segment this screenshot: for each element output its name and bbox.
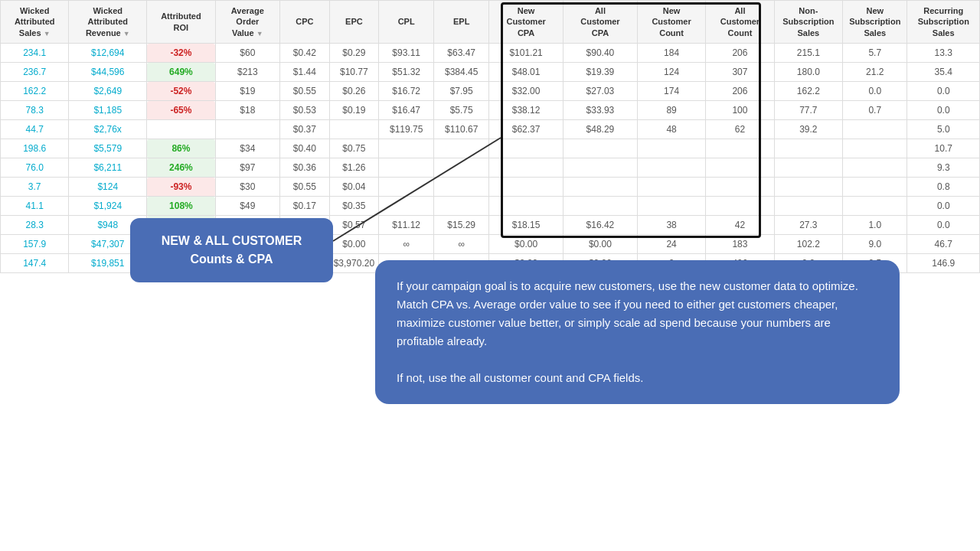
table-cell: $33.93 <box>564 101 638 120</box>
tooltip-text-2: If not, use the all customer count and C… <box>397 369 878 387</box>
table-cell: 21.2 <box>843 63 907 82</box>
col-header-wicked-sales[interactable]: WickedAttributedSales ▼ <box>1 1 69 44</box>
table-cell <box>774 197 842 216</box>
table-cell: 146.9 <box>907 254 980 273</box>
table-cell <box>489 197 564 216</box>
table-row: 3.7$124-93%$30$0.55$0.040.8 <box>1 178 980 197</box>
table-cell: 0.8 <box>907 178 980 197</box>
table-cell: 124 <box>637 63 705 82</box>
table-cell: 62 <box>706 120 774 139</box>
table-cell: $16.72 <box>379 82 434 101</box>
table-cell: $0.57 <box>329 216 379 235</box>
table-cell <box>489 158 564 178</box>
table-cell: 180.0 <box>774 63 842 82</box>
table-cell <box>379 178 434 197</box>
table-cell: 27.3 <box>774 216 842 235</box>
table-cell <box>564 139 638 158</box>
table-cell: $12,694 <box>69 44 147 63</box>
table-cell: $119.75 <box>379 120 434 139</box>
table-cell: 3.7 <box>1 178 69 197</box>
table-cell: 0.0 <box>907 82 980 101</box>
table-cell: 35.4 <box>907 63 980 82</box>
table-cell <box>379 158 434 178</box>
table-cell <box>706 197 774 216</box>
table-row: 78.3$1,185-65%$18$0.53$0.19$16.47$5.75$3… <box>1 101 980 120</box>
customer-counts-cpa-label: NEW & ALL CUSTOMER Counts & CPA <box>130 218 333 282</box>
table-cell: 24 <box>637 235 705 254</box>
table-cell <box>379 139 434 158</box>
table-cell: $0.29 <box>329 44 379 63</box>
table-cell: $0.00 <box>489 235 564 254</box>
table-cell <box>637 158 705 178</box>
table-cell: $19.39 <box>564 63 638 82</box>
table-cell: 10.7 <box>907 139 980 158</box>
table-cell: $0.40 <box>280 139 330 158</box>
table-cell: $27.03 <box>564 82 638 101</box>
table-cell: $2,649 <box>69 82 147 101</box>
table-cell: $62.37 <box>489 120 564 139</box>
table-cell: $51.32 <box>379 63 434 82</box>
table-cell: $16.47 <box>379 101 434 120</box>
col-header-cpl: CPL <box>379 1 434 44</box>
table-cell <box>434 178 489 197</box>
table-row: 44.7$2,76x$0.37$119.75$110.67$62.37$48.2… <box>1 120 980 139</box>
table-cell: 157.9 <box>1 235 69 254</box>
table-cell: $213 <box>215 63 279 82</box>
table-cell: 5.0 <box>907 120 980 139</box>
table-row: 198.6$5,57986%$34$0.40$0.7510.7 <box>1 139 980 158</box>
table-row: 76.0$6,211246%$97$0.36$1.269.3 <box>1 158 980 178</box>
table-cell: $1,924 <box>69 197 147 216</box>
table-cell: $0.00 <box>564 235 638 254</box>
table-cell: $93.11 <box>379 44 434 63</box>
table-cell <box>564 178 638 197</box>
col-header-wicked-revenue[interactable]: WickedAttributedRevenue ▼ <box>69 1 147 44</box>
table-cell: $15.29 <box>434 216 489 235</box>
table-cell: $48.29 <box>564 120 638 139</box>
table-cell: $0.00 <box>329 235 379 254</box>
table-cell: ∞ <box>379 235 434 254</box>
tooltip-box: If your campaign goal is to acquire new … <box>375 260 900 404</box>
col-header-avg-order[interactable]: AverageOrderValue ▼ <box>215 1 279 44</box>
col-header-epc: EPC <box>329 1 379 44</box>
table-cell: 0.0 <box>907 197 980 216</box>
table-cell: 174 <box>637 82 705 101</box>
col-header-all-cust-cpa: AllCustomerCPA <box>564 1 638 44</box>
col-header-non-sub-sales: Non-SubscriptionSales <box>774 1 842 44</box>
col-header-cpc: CPC <box>280 1 330 44</box>
table-cell: 42 <box>706 216 774 235</box>
table-cell: $34 <box>215 139 279 158</box>
table-cell: 46.7 <box>907 235 980 254</box>
table-cell: 1.0 <box>843 216 907 235</box>
table-cell: 307 <box>706 63 774 82</box>
table-cell: $18.15 <box>489 216 564 235</box>
col-header-new-cust-cpa: NewCustomerCPA <box>489 1 564 44</box>
table-cell: 236.7 <box>1 63 69 82</box>
table-cell: $0.17 <box>280 197 330 216</box>
table-cell: $48.01 <box>489 63 564 82</box>
table-cell <box>564 158 638 178</box>
table-cell: 649% <box>147 63 215 82</box>
table-cell: 48 <box>637 120 705 139</box>
table-cell: 9.0 <box>843 235 907 254</box>
table-cell: 89 <box>637 101 705 120</box>
table-cell: $60 <box>215 44 279 63</box>
table-cell: $6,211 <box>69 158 147 178</box>
col-header-new-cust-count: NewCustomerCount <box>637 1 705 44</box>
table-cell <box>329 120 379 139</box>
table-cell: $18 <box>215 101 279 120</box>
table-cell: $0.36 <box>280 158 330 178</box>
col-header-epl: EPL <box>434 1 489 44</box>
table-cell: $1.44 <box>280 63 330 82</box>
table-cell <box>215 120 279 139</box>
table-cell: $0.53 <box>280 101 330 120</box>
table-cell: -32% <box>147 44 215 63</box>
table-cell: $101.21 <box>489 44 564 63</box>
table-cell: 28.3 <box>1 216 69 235</box>
col-header-attr-roi: AttributedROI <box>147 1 215 44</box>
table-cell: 76.0 <box>1 158 69 178</box>
table-cell <box>774 139 842 158</box>
col-header-recurring-sub-sales: RecurringSubscriptionSales <box>907 1 980 44</box>
table-cell: $30 <box>215 178 279 197</box>
table-row: 234.1$12,694-32%$60$0.42$0.29$93.11$63.4… <box>1 44 980 63</box>
table-cell: 162.2 <box>1 82 69 101</box>
